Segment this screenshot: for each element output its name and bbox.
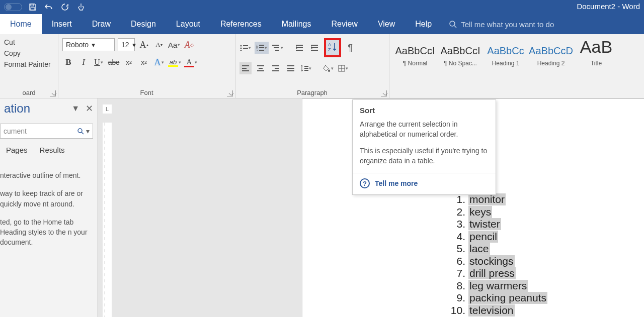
format-painter-button[interactable]: Format Painter: [4, 60, 51, 68]
svg-text:3: 3: [256, 49, 258, 51]
strikethrough-button[interactable]: abc: [108, 56, 120, 68]
svg-rect-17: [296, 45, 303, 46]
vertical-ruler[interactable]: [103, 123, 112, 317]
svg-point-5: [240, 48, 242, 49]
align-center-icon[interactable]: [255, 62, 267, 74]
undo-icon[interactable]: [43, 2, 54, 13]
paragraph-group-label: Paragraph: [297, 89, 328, 96]
tab-design[interactable]: Design: [121, 14, 166, 34]
svg-rect-36: [287, 70, 294, 71]
copy-button[interactable]: Copy: [4, 49, 51, 57]
numbering-icon[interactable]: 123▾: [255, 42, 269, 54]
tab-help[interactable]: Help: [405, 14, 442, 34]
svg-rect-29: [259, 68, 263, 69]
svg-rect-34: [287, 65, 294, 66]
document-list[interactable]: 1.monitor 2.keys 3.twister 4.pencil 5.la…: [450, 193, 547, 316]
nav-search-placeholder: cument: [4, 127, 27, 135]
search-icon: [77, 128, 84, 135]
font-dialog-launcher[interactable]: [227, 90, 233, 96]
svg-point-7: [240, 50, 242, 52]
bullets-icon[interactable]: ▾: [239, 42, 252, 54]
italic-button[interactable]: I: [77, 56, 90, 68]
nav-tab-results[interactable]: Results: [40, 146, 65, 154]
style-heading-1[interactable]: AaBbCcHeading 1: [484, 37, 527, 67]
font-name-combo[interactable]: Roboto▾: [62, 38, 115, 51]
clear-formatting-icon[interactable]: A◇: [183, 39, 195, 51]
svg-rect-25: [242, 65, 249, 66]
font-group-label: Font: [140, 89, 153, 96]
svg-rect-15: [274, 47, 279, 48]
svg-rect-9: [259, 45, 264, 46]
tab-mailings[interactable]: Mailings: [272, 14, 321, 34]
grow-font-icon[interactable]: A▴: [138, 39, 150, 51]
nav-close-icon[interactable]: ✕: [86, 103, 93, 114]
line-spacing-icon[interactable]: ▾: [300, 62, 312, 74]
subscript-button[interactable]: x2: [123, 56, 135, 68]
align-right-icon[interactable]: [270, 62, 282, 74]
shrink-font-icon[interactable]: A▾: [153, 39, 165, 51]
svg-point-3: [240, 45, 242, 47]
nav-tab-pages[interactable]: Pages: [6, 146, 28, 154]
style-title[interactable]: AaBTitle: [575, 37, 618, 67]
highlight-icon[interactable]: ab▾: [168, 56, 181, 68]
tab-references[interactable]: References: [210, 14, 272, 34]
justify-icon[interactable]: [285, 62, 297, 74]
multilevel-list-icon[interactable]: ▾: [272, 42, 284, 54]
underline-button[interactable]: U▾: [93, 56, 105, 68]
svg-rect-6: [243, 48, 248, 49]
tab-review[interactable]: Review: [321, 14, 367, 34]
sort-button-highlighted[interactable]: AZ: [324, 38, 341, 57]
style-no-spacing[interactable]: AaBbCcI¶ No Spac...: [439, 37, 482, 67]
svg-text:A: A: [328, 42, 331, 47]
tab-view[interactable]: View: [368, 14, 405, 34]
nav-dropdown-icon[interactable]: ▼: [71, 104, 79, 113]
svg-point-43: [78, 129, 82, 133]
decrease-indent-icon[interactable]: [294, 42, 306, 54]
borders-icon[interactable]: ▾: [337, 62, 349, 74]
tab-home[interactable]: Home: [0, 14, 42, 34]
tab-draw[interactable]: Draw: [82, 14, 121, 34]
align-left-icon[interactable]: [239, 62, 252, 74]
change-case-icon[interactable]: Aa▾: [168, 39, 180, 51]
style-normal[interactable]: AaBbCcI¶ Normal: [393, 37, 437, 67]
save-icon[interactable]: [27, 2, 38, 13]
clipboard-group-label: oard: [22, 89, 35, 96]
tell-me-more-link[interactable]: ? Tell me more: [360, 178, 489, 188]
svg-rect-28: [257, 65, 264, 66]
tab-layout[interactable]: Layout: [166, 14, 210, 34]
shading-icon[interactable]: ▾: [322, 62, 334, 74]
sort-tooltip: Sort Arrange the current selection in al…: [352, 99, 496, 195]
tell-me-search[interactable]: Tell me what you want to do: [449, 20, 554, 29]
ruler-corner: L: [103, 104, 112, 114]
svg-rect-14: [272, 45, 279, 46]
bold-button[interactable]: B: [62, 56, 74, 68]
svg-rect-39: [304, 70, 308, 71]
superscript-button[interactable]: x2: [138, 56, 150, 68]
font-size-combo[interactable]: 12▾: [118, 38, 135, 51]
font-color-icon[interactable]: A▾: [184, 56, 197, 68]
nav-search-input[interactable]: cument ▾: [0, 124, 93, 139]
paragraph-dialog-launcher[interactable]: [381, 90, 387, 96]
style-heading-2[interactable]: AaBbCcDHeading 2: [529, 37, 573, 67]
cut-button[interactable]: Cut: [4, 38, 51, 46]
autosave-toggle[interactable]: [4, 3, 22, 11]
nav-body-text: nteractive outline of ment. way to keep …: [0, 161, 97, 248]
touch-mode-icon[interactable]: [75, 2, 87, 13]
svg-rect-38: [304, 68, 308, 69]
window-title: Document2 - Word: [577, 2, 640, 11]
tell-me-placeholder: Tell me what you want to do: [461, 20, 554, 29]
increase-indent-icon[interactable]: [309, 42, 321, 54]
svg-rect-20: [311, 45, 318, 46]
text-effects-icon[interactable]: A▾: [153, 56, 165, 68]
svg-rect-26: [242, 68, 247, 69]
tab-insert[interactable]: Insert: [42, 14, 82, 34]
show-hide-marks-icon[interactable]: ¶: [344, 42, 356, 54]
svg-point-2: [450, 21, 455, 26]
redo-icon[interactable]: [59, 2, 70, 13]
svg-rect-13: [259, 50, 264, 51]
ribbon-tabs: Home Insert Draw Design Layout Reference…: [0, 14, 644, 34]
clipboard-dialog-launcher[interactable]: [50, 90, 56, 96]
svg-rect-1: [31, 8, 35, 10]
styles-gallery[interactable]: AaBbCcI¶ Normal AaBbCcI¶ No Spac... AaBb…: [389, 34, 644, 70]
navigation-pane: ation ▼ ✕ cument ▾ Pages Results nteract…: [0, 98, 98, 317]
